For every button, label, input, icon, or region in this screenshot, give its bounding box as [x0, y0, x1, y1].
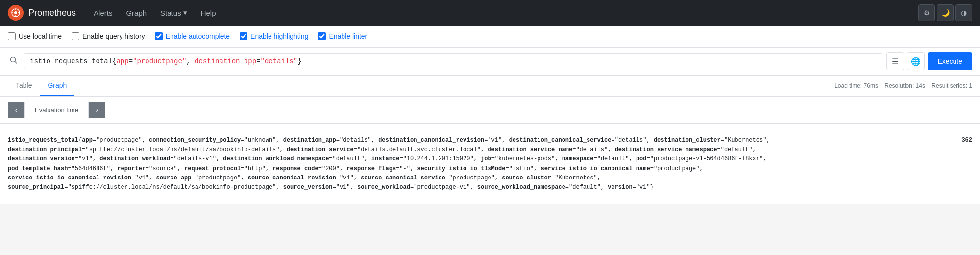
query-label-app-val: "productpage": [133, 57, 186, 65]
globe-icon: 🌐: [911, 57, 921, 66]
metrics-explorer-button[interactable]: 🌐: [907, 52, 925, 70]
settings-icon: ⚙: [924, 9, 930, 17]
use-local-time-option[interactable]: Use local time: [8, 32, 62, 40]
tab-graph[interactable]: Graph: [40, 76, 74, 96]
query-input[interactable]: istio_requests_total{app="productpage", …: [24, 53, 882, 69]
enable-highlighting-label: Enable highlighting: [250, 32, 308, 40]
enable-autocomplete-label: Enable autocomplete: [166, 32, 230, 40]
query-equals2: =: [256, 57, 260, 65]
eval-next-button[interactable]: ›: [89, 102, 105, 118]
svg-point-1: [14, 11, 17, 14]
nav-status-label: Status: [160, 9, 181, 17]
query-label-dest-val: "details": [261, 57, 298, 65]
nav-alerts[interactable]: Alerts: [88, 6, 118, 20]
nav-links: Alerts Graph Status ▾ Help: [88, 5, 906, 20]
tab-meta: Load time: 76ms Resolution: 14s Result s…: [834, 76, 972, 95]
query-equals: =: [129, 57, 133, 65]
execute-button[interactable]: Execute: [928, 52, 972, 70]
use-local-time-label: Use local time: [19, 32, 62, 40]
settings-button[interactable]: ⚙: [918, 4, 935, 21]
eval-label: Evaluation time: [24, 102, 89, 118]
metric-labels: app="productpage", connection_security_p…: [8, 137, 770, 191]
enable-highlighting-checkbox[interactable]: [240, 32, 247, 40]
results-area: istio_requests_total{app="productpage", …: [0, 124, 980, 204]
dropdown-arrow-icon: ▾: [183, 8, 187, 17]
enable-query-history-checkbox[interactable]: [72, 32, 79, 40]
format-button[interactable]: ☰: [886, 52, 904, 70]
nav-icons: ⚙ 🌙 ◑: [918, 4, 972, 21]
query-label-dest-key: destination_app: [195, 57, 256, 65]
use-local-time-checkbox[interactable]: [8, 32, 16, 40]
metric-name: istio_requests_total: [8, 137, 78, 144]
result-series: Result series: 1: [931, 82, 972, 89]
enable-linter-checkbox[interactable]: [318, 32, 326, 40]
eval-bar: ‹ Evaluation time ›: [0, 97, 980, 124]
dark-mode-button[interactable]: 🌙: [937, 4, 954, 21]
enable-highlighting-option[interactable]: Enable highlighting: [240, 32, 308, 40]
brand-name: Prometheus: [28, 8, 76, 18]
search-bar: istio_requests_total{app="productpage", …: [0, 48, 980, 76]
chevron-right-icon: ›: [96, 106, 98, 114]
brand-icon: [8, 5, 24, 21]
tab-table[interactable]: Table: [8, 76, 40, 96]
navbar: Prometheus Alerts Graph Status ▾ Help ⚙ …: [0, 0, 980, 26]
search-actions: ☰ 🌐 Execute: [886, 52, 972, 70]
contrast-icon: ◑: [961, 9, 967, 17]
tabs-area: Table Graph Load time: 76ms Resolution: …: [0, 76, 980, 97]
enable-autocomplete-checkbox[interactable]: [155, 32, 163, 40]
query-brace-close: }: [297, 57, 301, 65]
enable-query-history-label: Enable query history: [82, 32, 145, 40]
enable-query-history-option[interactable]: Enable query history: [72, 32, 145, 40]
nav-status[interactable]: Status ▾: [154, 5, 193, 20]
load-time: Load time: 76ms: [834, 82, 878, 89]
enable-autocomplete-option[interactable]: Enable autocomplete: [155, 32, 230, 40]
enable-linter-label: Enable linter: [329, 32, 367, 40]
options-bar: Use local time Enable query history Enab…: [0, 26, 980, 48]
chevron-left-icon: ‹: [15, 106, 18, 114]
eval-prev-button[interactable]: ‹: [8, 102, 24, 118]
svg-line-7: [15, 62, 17, 64]
query-comma1: ,: [186, 57, 195, 65]
table-row: istio_requests_total{app="productpage", …: [8, 132, 972, 196]
resolution: Resolution: 14s: [884, 82, 925, 89]
tabs: Table Graph: [8, 76, 74, 96]
search-icon: [8, 56, 20, 66]
format-icon: ☰: [892, 57, 899, 66]
query-label-app-key: app: [116, 57, 128, 65]
brand: Prometheus: [8, 5, 76, 21]
result-metric: istio_requests_total{app="productpage", …: [8, 136, 952, 192]
result-value: 362: [961, 136, 972, 145]
moon-icon: 🌙: [941, 9, 950, 17]
nav-help[interactable]: Help: [195, 6, 222, 20]
contrast-button[interactable]: ◑: [956, 4, 972, 21]
query-metric-name: istio_requests_total: [30, 57, 112, 65]
nav-graph[interactable]: Graph: [120, 6, 152, 20]
enable-linter-option[interactable]: Enable linter: [318, 32, 367, 40]
